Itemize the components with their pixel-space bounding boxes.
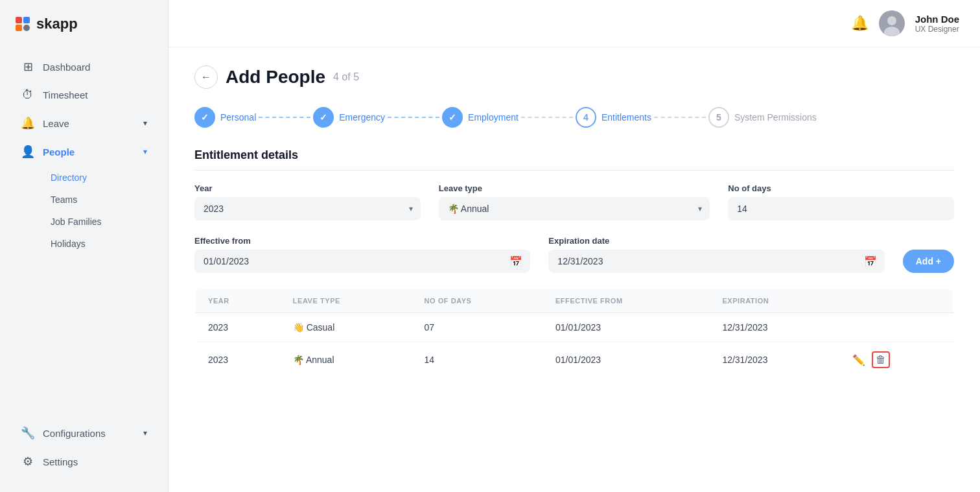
- logo-squares: [16, 17, 30, 31]
- col-leave-type: LEAVE TYPE: [280, 289, 412, 313]
- step-circle-personal: ✓: [194, 107, 215, 128]
- cell-leave-type: 🌴 Annual: [280, 342, 412, 378]
- step-label-emergency: Emergency: [339, 112, 385, 123]
- sidebar-item-timesheet[interactable]: ⏱ Timesheet: [5, 82, 163, 108]
- user-info: John Doe UX Designer: [915, 14, 959, 34]
- step-personal: ✓ Personal: [194, 107, 256, 128]
- table-header-row: YEAR LEAVE TYPE NO OF DAYS EFFECTIVE FRO…: [195, 289, 954, 313]
- header: 🔔 John Doe UX Designer: [169, 0, 980, 47]
- sidebar-item-label: Dashboard: [43, 62, 90, 73]
- svg-point-1: [887, 16, 896, 25]
- step-entitlements: 4 Entitlements: [576, 107, 651, 128]
- no-of-days-group: No of days: [728, 183, 954, 220]
- cell-expiration: 12/31/2023: [709, 342, 839, 378]
- step-system-permissions: 5 System Permissions: [708, 107, 817, 128]
- form-row-2: Effective from 📅 Expiration date 📅 Add +: [194, 236, 954, 273]
- delete-icon[interactable]: 🗑: [872, 351, 890, 368]
- step-circle-employment: ✓: [442, 107, 463, 128]
- step-label-employment: Employment: [468, 112, 519, 123]
- col-actions: [839, 289, 954, 313]
- col-year: YEAR: [195, 289, 280, 313]
- timesheet-icon: ⏱: [21, 88, 35, 102]
- col-effective-from: EFFECTIVE FROM: [542, 289, 709, 313]
- sidebar-item-configurations[interactable]: 🔧 Configurations ▾: [5, 419, 163, 447]
- page-title: Add People: [226, 67, 325, 88]
- expiration-date-label: Expiration date: [548, 236, 884, 246]
- effective-from-input-wrapper: 📅: [194, 250, 530, 273]
- cell-year: 2023: [195, 313, 280, 342]
- cell-expiration: 12/31/2023: [709, 313, 839, 342]
- year-select[interactable]: 2022 2023 2024: [194, 197, 421, 220]
- effective-from-label: Effective from: [194, 236, 530, 246]
- content-area: ← Add People 4 of 5 ✓ Personal ✓ Emergen…: [169, 47, 980, 492]
- stepper: ✓ Personal ✓ Emergency ✓ Employment 4 En…: [194, 107, 954, 128]
- cell-no-of-days: 07: [412, 313, 542, 342]
- sidebar-item-label: People: [43, 146, 75, 158]
- step-emergency: ✓ Emergency: [313, 107, 385, 128]
- add-button[interactable]: Add +: [903, 250, 954, 273]
- step-label-system-permissions: System Permissions: [734, 112, 817, 123]
- leave-type-label: Leave type: [439, 183, 710, 193]
- configurations-icon: 🔧: [21, 426, 35, 440]
- entitlements-table: YEAR LEAVE TYPE NO OF DAYS EFFECTIVE FRO…: [194, 288, 954, 378]
- sidebar-item-job-families[interactable]: Job Families: [43, 211, 163, 232]
- sidebar-item-settings[interactable]: ⚙ Settings: [5, 448, 163, 475]
- user-name: John Doe: [915, 14, 959, 25]
- step-count: 4 of 5: [333, 71, 359, 83]
- cell-year: 2023: [195, 342, 280, 378]
- cell-actions: ✏️ 🗑: [839, 342, 954, 378]
- logo-text: skapp: [36, 16, 78, 32]
- step-label-personal: Personal: [220, 112, 256, 123]
- effective-from-input[interactable]: [194, 250, 530, 273]
- year-select-wrapper: 2022 2023 2024 ▾: [194, 197, 421, 220]
- logo: skapp: [16, 16, 78, 32]
- action-icons: ✏️ 🗑: [852, 351, 940, 368]
- logo-sq-gear: [23, 25, 30, 31]
- section-title: Entitlement details: [194, 148, 954, 170]
- sidebar-item-directory[interactable]: Directory: [43, 167, 163, 188]
- main-content: 🔔 John Doe UX Designer ← Add People 4 of…: [169, 0, 980, 492]
- expiration-date-input[interactable]: [548, 250, 884, 273]
- people-submenu: Directory Teams Job Families Holidays: [0, 167, 168, 255]
- step-line-2: [388, 117, 439, 118]
- sidebar-item-people[interactable]: 👤 People ▾: [5, 138, 163, 165]
- col-no-of-days: NO OF DAYS: [412, 289, 542, 313]
- cell-effective-from: 01/01/2023: [542, 313, 709, 342]
- year-label: Year: [194, 183, 421, 193]
- sidebar-item-label: Leave: [43, 118, 69, 129]
- people-icon: 👤: [21, 145, 35, 159]
- user-role: UX Designer: [915, 25, 959, 34]
- leave-chevron-icon: ▾: [143, 119, 147, 128]
- cell-actions: [839, 313, 954, 342]
- notification-bell-icon[interactable]: 🔔: [851, 15, 869, 32]
- expiration-date-group: Expiration date 📅: [548, 236, 884, 273]
- logo-area: skapp: [0, 16, 168, 53]
- col-expiration: EXPIRATION: [709, 289, 839, 313]
- no-of-days-input[interactable]: [728, 197, 954, 220]
- add-button-group: Add +: [903, 250, 954, 273]
- leave-type-select-wrapper: 🌴 Annual 👋 Casual 🏥 Sick ▾: [439, 197, 710, 220]
- avatar-image: [879, 10, 905, 36]
- people-chevron-icon: ▾: [143, 147, 147, 156]
- configurations-chevron-icon: ▾: [143, 428, 147, 438]
- sidebar-item-teams[interactable]: Teams: [43, 189, 163, 210]
- sidebar-item-dashboard[interactable]: ⊞ Dashboard: [5, 53, 163, 80]
- logo-sq-orange: [16, 25, 22, 31]
- form-row-1: Year 2022 2023 2024 ▾ Leave type 🌴 Annua…: [194, 183, 954, 220]
- sidebar-item-holidays[interactable]: Holidays: [43, 233, 163, 254]
- logo-sq-blue: [23, 17, 30, 23]
- leave-icon: 🔔: [21, 116, 35, 130]
- sidebar-item-leave[interactable]: 🔔 Leave ▾: [5, 110, 163, 137]
- back-button[interactable]: ←: [194, 65, 218, 89]
- sidebar-item-label: Settings: [43, 456, 78, 467]
- step-circle-emergency: ✓: [313, 107, 334, 128]
- leave-type-select[interactable]: 🌴 Annual 👋 Casual 🏥 Sick: [439, 197, 710, 220]
- avatar: [879, 10, 905, 36]
- sidebar: skapp ⊞ Dashboard ⏱ Timesheet 🔔 Leave ▾ …: [0, 0, 169, 492]
- step-line-3: [521, 117, 573, 118]
- step-employment: ✓ Employment: [442, 107, 519, 128]
- edit-icon[interactable]: ✏️: [852, 354, 865, 366]
- table-row: 2023 👋 Casual 07 01/01/2023 12/31/2023: [195, 313, 954, 342]
- step-circle-system-permissions: 5: [708, 107, 729, 128]
- cell-effective-from: 01/01/2023: [542, 342, 709, 378]
